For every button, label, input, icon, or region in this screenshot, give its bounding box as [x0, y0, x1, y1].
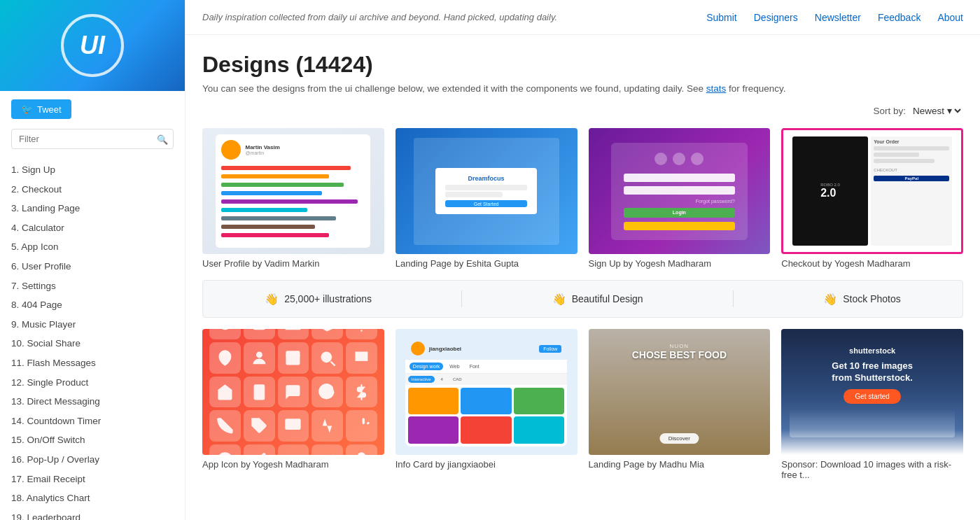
card-label-signup: Sign Up by Yogesh Madharam: [589, 258, 771, 269]
sidebar-item-leaderboard[interactable]: 19. Leaderboard: [11, 508, 174, 520]
beautiful-label: Beautiful Design: [572, 293, 643, 304]
stats-link[interactable]: stats: [706, 83, 727, 94]
main-content: Daily inspiration collected from daily u…: [186, 0, 980, 520]
design-card-user-profile[interactable]: Martin Vasim @martin: [202, 128, 384, 269]
header-nav-designers[interactable]: Designers: [754, 12, 798, 23]
design-card-signup[interactable]: Forgot password? Login Sign Up by Yogesh…: [589, 128, 771, 269]
icon-cell: [346, 377, 377, 408]
food-title: CHOSE BEST FOOD: [632, 349, 727, 360]
icon-cell: [244, 342, 275, 374]
sidebar-item-404-page[interactable]: 8. 404 Page: [11, 295, 174, 315]
subtitle-end: for frequency.: [729, 83, 786, 94]
designs-subtitle: You can see the designs from the ui chal…: [202, 83, 963, 94]
sidebar-item-single-product[interactable]: 12. Single Product: [11, 373, 174, 393]
icon-cell: [278, 377, 309, 408]
icon-cell: [346, 444, 377, 455]
icon-cell: [312, 444, 343, 455]
filter-input[interactable]: [11, 129, 174, 149]
sidebar-item-settings[interactable]: 7. Settings: [11, 276, 174, 296]
sidebar-item-social-share[interactable]: 10. Social Share: [11, 334, 174, 353]
header-nav-feedback[interactable]: Feedback: [878, 12, 920, 23]
sort-bar: Sort by: Newest ▾: [202, 105, 963, 117]
sidebar-item-user-profile[interactable]: 6. User Profile: [11, 257, 174, 276]
header: Daily inspiration collected from daily u…: [186, 0, 980, 35]
header-tagline: Daily inspiration collected from daily u…: [202, 12, 557, 22]
banner-stock[interactable]: 👋 Stock Photos: [823, 293, 901, 306]
card-label-checkout: Checkout by Yogesh Madharam: [781, 258, 963, 269]
shutterstock-headline: Get 10 free imagesfrom Shutterstock.: [832, 360, 913, 384]
icon-grid: [209, 329, 377, 455]
sidebar-item-calculator[interactable]: 4. Calculator: [11, 218, 174, 238]
svg-rect-16: [286, 419, 301, 430]
page-title: Designs (14424): [202, 52, 963, 78]
card-label-food: Landing Page by Madhu Mia: [589, 459, 771, 470]
sidebar-item-analytics-chart[interactable]: 18. Analytics Chart: [11, 489, 174, 508]
svg-marker-2: [286, 329, 301, 330]
sidebar-item-flash-messages[interactable]: 11. Flash Messages: [11, 353, 174, 373]
food-text: NUON CHOSE BEST FOOD: [632, 329, 727, 360]
header-nav-newsletter[interactable]: Newsletter: [815, 12, 861, 23]
sidebar-filter-section: 🔍: [0, 123, 185, 155]
illustrations-label: 25,000+ illustrations: [284, 293, 372, 304]
follow-button: Follow: [539, 345, 561, 353]
svg-point-0: [218, 329, 231, 330]
tweet-button[interactable]: 🐦 Tweet: [11, 99, 71, 119]
sidebar-item-checkout[interactable]: 2. Checkout: [11, 180, 174, 199]
design-card-appicon[interactable]: App Icon by Yogesh Madharam: [202, 329, 384, 480]
icon-cell: [209, 377, 241, 408]
design-card-landing[interactable]: Dreamfocus Get Started Landing Page by E…: [396, 128, 578, 269]
icon-cell: [312, 342, 343, 374]
sidebar-item-countdown-timer[interactable]: 14. Countdown Timer: [11, 412, 174, 431]
beautiful-hand-icon: 👋: [552, 293, 566, 306]
page-body: Designs (14424) You can see the designs …: [186, 35, 980, 520]
logo-icon: UI: [61, 14, 124, 77]
icon-cell: [346, 342, 377, 374]
shutterstock-logo: shutterstock: [849, 346, 895, 355]
banner-illustrations[interactable]: 👋 25,000+ illustrations: [265, 293, 372, 306]
sidebar-tweet-section: 🐦 Tweet: [0, 91, 185, 123]
mountain-bg: [790, 409, 955, 437]
icon-cell: [209, 410, 241, 442]
header-nav-submit[interactable]: Submit: [706, 12, 737, 23]
infocard-avatar: [411, 342, 425, 356]
card-thumbnail-food: NUON CHOSE BEST FOOD Discover: [589, 329, 771, 455]
icon-cell: [278, 410, 309, 442]
sidebar-item-music-player[interactable]: 9. Music Player: [11, 315, 174, 335]
header-nav-about[interactable]: About: [937, 12, 963, 23]
icon-cell: [244, 377, 275, 408]
subtitle-text: You can see the designs from the ui chal…: [202, 83, 704, 94]
sidebar-item-landing-page[interactable]: 3. Landing Page: [11, 199, 174, 218]
card-label-shutterstock: Sponsor: Download 10 images with a risk-…: [781, 459, 963, 480]
icon-cell: [278, 329, 309, 339]
sidebar-item-pop-up--overlay[interactable]: 16. Pop-Up / Overlay: [11, 450, 174, 470]
sidebar-item-direct-messaging[interactable]: 13. Direct Messaging: [11, 392, 174, 412]
banner-beautiful[interactable]: 👋 Beautiful Design: [552, 293, 643, 306]
card-label-landing: Landing Page by Eshita Gupta: [396, 258, 578, 269]
icon-cell: [312, 410, 343, 442]
sidebar-item-onoff-switch[interactable]: 15. On/Off Switch: [11, 430, 174, 450]
sort-select[interactable]: Newest ▾: [910, 105, 963, 117]
icon-cell: [244, 410, 275, 442]
svg-line-10: [331, 361, 335, 365]
svg-point-9: [321, 351, 332, 363]
icon-cell: [346, 329, 377, 339]
page-wrapper: UI 🐦 Tweet 🔍 1. Sign Up2. Checkout3. Lan…: [0, 0, 980, 520]
icon-cell: [209, 329, 241, 339]
design-card-checkout[interactable]: ROBO 2.0 2.0 Your Order CHECKOUT Pay: [781, 128, 963, 269]
design-card-shutterstock[interactable]: shutterstock Get 10 free imagesfrom Shut…: [781, 329, 963, 480]
svg-rect-11: [253, 384, 265, 400]
banner-row: 👋 25,000+ illustrations 👋 Beautiful Desi…: [202, 280, 963, 318]
svg-point-6: [256, 351, 262, 358]
design-card-food[interactable]: NUON CHOSE BEST FOOD Discover Landing Pa…: [589, 329, 771, 480]
card-thumbnail-user-profile: Martin Vasim @martin: [202, 128, 384, 254]
designs-grid-row2: App Icon by Yogesh Madharam jiangxiaobei…: [202, 329, 963, 480]
stock-label: Stock Photos: [843, 293, 901, 304]
icon-cell: [312, 329, 343, 339]
card-thumbnail-shutterstock: shutterstock Get 10 free imagesfrom Shut…: [781, 329, 963, 455]
sidebar-item-sign-up[interactable]: 1. Sign Up: [11, 160, 174, 180]
card-thumbnail-appicon: [202, 329, 384, 455]
sidebar-item-email-receipt[interactable]: 17. Email Receipt: [11, 470, 174, 489]
sidebar-item-app-icon[interactable]: 5. App Icon: [11, 237, 174, 257]
svg-rect-7: [286, 351, 300, 365]
design-card-infocard[interactable]: jiangxiaobei Follow Design work Web Font…: [396, 329, 578, 480]
